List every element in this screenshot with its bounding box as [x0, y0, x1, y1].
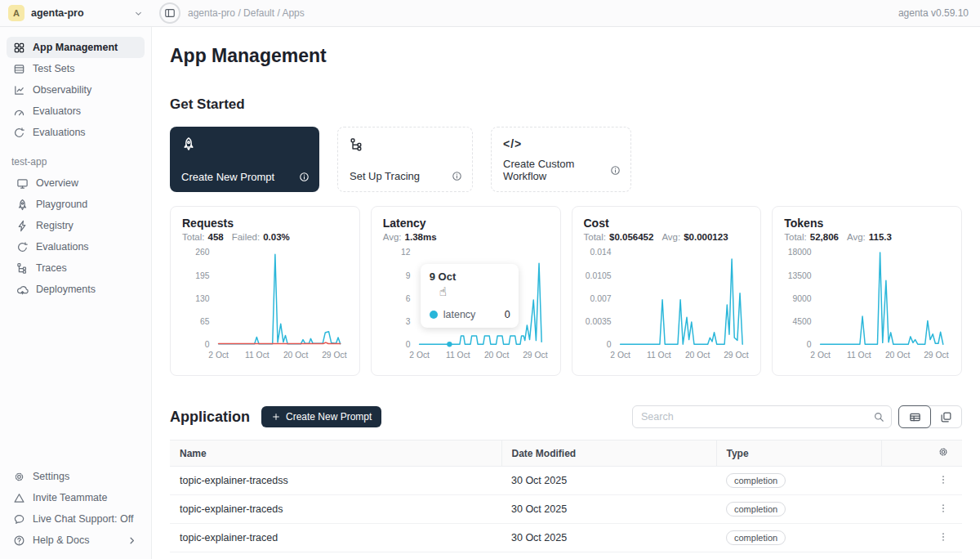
column-header-settings [881, 440, 962, 467]
app-name-cell: career-assessment [170, 552, 501, 559]
sidebar-item-label: App Management [33, 42, 118, 53]
sidebar-item-label: Registry [36, 220, 74, 231]
sidebar-item-help-docs[interactable]: Help & Docs [7, 530, 145, 551]
type-cell: completion [716, 524, 881, 552]
sidebar-item-invite-teammate[interactable]: Invite Teammate [7, 487, 145, 508]
chart-icon [13, 84, 25, 96]
hover-point-marker [447, 342, 452, 347]
metrics-row: RequestsTotal:458Failed:0.03%06513019526… [170, 206, 962, 376]
info-icon[interactable] [452, 171, 462, 181]
tokens-chart[interactable]: 04500900013500180002 Oct11 Oct20 Oct29 O… [784, 245, 950, 364]
svg-text:0: 0 [807, 340, 812, 349]
sidebar-item-settings[interactable]: Settings [7, 466, 145, 487]
sidebar-item-label: Playground [36, 199, 87, 210]
requests-chart[interactable]: 0651301952602 Oct11 Oct20 Oct29 Oct [182, 245, 348, 364]
search-icon[interactable] [873, 411, 884, 423]
svg-text:2 Oct: 2 Oct [610, 351, 630, 360]
svg-text:6: 6 [405, 294, 410, 303]
svg-text:20 Oct: 20 Oct [283, 351, 309, 360]
chevron-right-icon [126, 534, 138, 547]
application-header: Application Create New Prompt [170, 405, 962, 428]
search-box [632, 405, 892, 428]
sidebar-item-evaluations[interactable]: Evaluations [10, 236, 145, 257]
chart-stats: Total:52,806Avg:115.3 [784, 232, 950, 242]
breadcrumb: agenta-pro / Default / Apps [188, 7, 305, 19]
table-row[interactable]: topic-explainer-tracedss30 Oct 2025compl… [170, 467, 962, 495]
sidebar-item-observability[interactable]: Observability [7, 79, 145, 101]
svg-text:0.014: 0.014 [590, 248, 611, 257]
date-modified-cell: 30 Oct 2025 [501, 524, 716, 552]
sidebar-item-label: Invite Teammate [33, 492, 107, 503]
sidebar-item-label: Traces [36, 262, 67, 274]
row-menu-icon[interactable] [938, 531, 949, 543]
page-title: App Management [170, 45, 962, 67]
card-view-button[interactable] [930, 406, 961, 427]
chevron-down-icon [133, 8, 144, 19]
set-up-tracing-card[interactable]: Set Up Tracing [337, 127, 473, 192]
svg-text:0: 0 [205, 340, 210, 349]
sidebar-item-overview[interactable]: Overview [10, 172, 145, 194]
sidebar-app-nav: OverviewPlaygroundRegistryEvaluationsTra… [7, 172, 145, 300]
svg-text:29 Oct: 29 Oct [724, 351, 749, 360]
sidebar-item-label: Overview [36, 177, 78, 189]
search-input[interactable] [632, 405, 892, 428]
sidebar-item-test-sets[interactable]: Test Sets [7, 58, 145, 79]
sidebar-item-label: Live Chat Support: Off [33, 513, 133, 525]
refresh-icon [13, 127, 25, 139]
app-name-cell: topic-explainer-tracedss [170, 467, 501, 495]
create-new-prompt-button[interactable]: Create New Prompt [261, 406, 381, 427]
workspace-switcher[interactable]: A agenta-pro [0, 5, 152, 21]
sidebar-item-live-chat-support-off[interactable]: Live Chat Support: Off [7, 508, 145, 530]
create-custom-workflow-card[interactable]: </> Create Custom Workflow [491, 127, 631, 192]
svg-text:20 Oct: 20 Oct [885, 351, 911, 360]
plus-icon [271, 412, 281, 422]
sidebar-section-label: test-app [11, 156, 145, 168]
type-cell: completion [716, 467, 881, 495]
svg-text:20 Oct: 20 Oct [684, 351, 710, 360]
applications-table: NameDate ModifiedType topic-explainer-tr… [170, 440, 962, 559]
sidebar-toggle-button[interactable] [159, 2, 180, 24]
sidebar-item-label: Evaluators [33, 105, 81, 117]
svg-text:3: 3 [405, 317, 410, 326]
cursor-pointer-icon: ☝ [439, 284, 447, 299]
date-modified-cell: 30 Oct 2025 [501, 467, 716, 495]
triangle-icon [13, 492, 25, 504]
svg-text:18000: 18000 [788, 248, 812, 257]
get-started-cards: Create New Prompt Set Up Tracing </> Cre… [170, 127, 962, 192]
sidebar-item-deployments[interactable]: Deployments [10, 279, 145, 300]
table-row[interactable]: topic-explainer-traced30 Oct 2025complet… [170, 524, 962, 552]
chart-title: Latency [383, 217, 549, 230]
sidebar-item-registry[interactable]: Registry [10, 215, 145, 236]
tree-icon [16, 262, 29, 275]
svg-text:2 Oct: 2 Oct [409, 351, 430, 360]
info-icon[interactable] [299, 172, 310, 182]
date-modified-cell: 30 Oct 2025 [501, 495, 716, 524]
sidebar-item-playground[interactable]: Playground [10, 194, 145, 215]
svg-text:0: 0 [606, 340, 611, 349]
tokens-metric-card: TokensTotal:52,806Avg:115.30450090001350… [772, 206, 962, 376]
sidebar-item-app-management[interactable]: App Management [7, 37, 145, 58]
table-view-button[interactable] [898, 405, 931, 428]
row-menu-icon[interactable] [938, 503, 949, 514]
table-row[interactable]: career-assessment27 Oct 2025completion [170, 552, 962, 559]
svg-text:65: 65 [200, 317, 210, 326]
row-menu-icon[interactable] [938, 474, 949, 485]
cost-chart[interactable]: 00.00350.0070.01050.0142 Oct11 Oct20 Oct… [584, 245, 750, 364]
sidebar-item-traces[interactable]: Traces [10, 257, 145, 279]
create-new-prompt-card[interactable]: Create New Prompt [170, 127, 319, 192]
svg-text:12: 12 [401, 248, 411, 257]
table-row[interactable]: topic-explainer-traceds30 Oct 2025comple… [170, 495, 962, 524]
table-settings-icon[interactable] [938, 446, 949, 458]
type-badge: completion [726, 502, 786, 517]
chart-title: Requests [182, 217, 348, 230]
info-icon[interactable] [610, 165, 621, 176]
rocket-icon [181, 136, 196, 151]
rocket-icon [16, 199, 29, 211]
svg-text:2 Oct: 2 Oct [811, 351, 831, 360]
sidebar-item-evaluations[interactable]: Evaluations [7, 122, 145, 143]
version-label: agenta v0.59.10 [898, 7, 969, 19]
card-label: Create Custom Workflow [503, 158, 610, 182]
sidebar-item-evaluators[interactable]: Evaluators [7, 101, 145, 122]
svg-text:9000: 9000 [793, 294, 812, 303]
svg-text:29 Oct: 29 Oct [924, 351, 949, 360]
